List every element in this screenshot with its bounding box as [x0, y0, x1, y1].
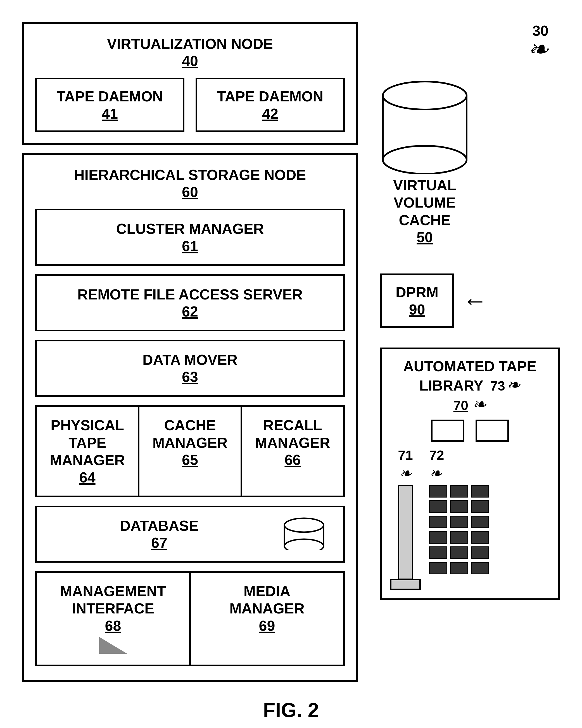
ptm-ref: 64: [79, 469, 96, 486]
atl-curly-71: ❧: [399, 464, 412, 482]
hsn-title: HIERARCHICAL STORAGE NODE: [74, 167, 306, 183]
tape-slot: [450, 546, 468, 559]
tape-slot: [429, 562, 447, 574]
vvc-title2: VOLUME: [393, 194, 456, 211]
dprm-arrow-row: DPRM 90 ←: [380, 274, 487, 328]
database-row: DATABASE 67: [35, 505, 345, 563]
tape-slot: [429, 516, 447, 528]
database-icon-cell: [282, 511, 343, 557]
tape-slot-grid: [429, 485, 489, 574]
mgmt-iface-ref: 68: [105, 618, 121, 634]
mgmt-triangle-icon: [99, 637, 127, 654]
rfas-ref: 62: [182, 303, 198, 319]
bottom-row: MANAGEMENT INTERFACE 68 MEDIA MANAGER 69: [35, 571, 345, 666]
tape-slot: [471, 546, 489, 559]
dprm-arrow: ←: [462, 288, 487, 313]
atl-title-block: AUTOMATED TAPE LIBRARY 73 ❧ 70 ❧: [390, 358, 550, 414]
media-mgr-ref: 69: [259, 618, 275, 634]
hsn-box: HIERARCHICAL STORAGE NODE 60 CLUSTER MAN…: [22, 153, 358, 682]
vvc-title3: CACHE: [393, 211, 456, 229]
vvc-cylinder: [380, 79, 470, 174]
atl-curly-70: ❧: [472, 395, 486, 414]
ref-30-curly: ❧: [528, 39, 549, 59]
mgmt-iface-cell: MANAGEMENT INTERFACE 68: [37, 573, 191, 665]
atl-title2: LIBRARY: [420, 378, 483, 394]
tape-slot: [450, 516, 468, 528]
tape-slot: [471, 531, 489, 544]
tape-slot: [450, 531, 468, 544]
atl-ref72: 72: [429, 447, 489, 463]
tape-slots-area: 72 ❧: [429, 447, 489, 574]
virt-node-ref: 40: [182, 53, 198, 69]
three-col-row: PHYSICAL TAPE MANAGER 64 CACHE MANAGER 6…: [35, 405, 345, 497]
svg-point-5: [383, 82, 466, 109]
vvc-ref: 50: [416, 229, 433, 245]
tape-slot: [450, 485, 468, 497]
data-mover-title: DATA MOVER: [143, 352, 237, 368]
tape-daemon-2-title: TAPE DAEMON: [217, 88, 323, 104]
drive-row: [390, 420, 550, 442]
hsn-ref: 60: [182, 184, 198, 200]
cache-mgr-cell: CACHE MANAGER 65: [140, 407, 242, 495]
atl-ref70: 70: [454, 398, 468, 413]
tape-daemon-2-box: TAPE DAEMON 42: [196, 78, 345, 132]
tape-slot: [429, 500, 447, 513]
recall-mgr-ref: 66: [284, 452, 301, 468]
tape-slot: [450, 562, 468, 574]
rfas-title: REMOTE FILE ACCESS SERVER: [77, 286, 303, 303]
tape-daemon-1-ref: 41: [102, 106, 118, 122]
atl-curly-73: ❧: [506, 375, 520, 394]
ref-30-area: 30 ❧: [528, 22, 549, 59]
robot-base: [390, 579, 421, 590]
atl-interior: 71 ❧ 72 ❧: [390, 447, 550, 590]
data-mover-box: DATA MOVER 63: [35, 340, 345, 397]
svg-point-2: [284, 539, 324, 550]
virt-node-box: VIRTUALIZATION NODE 40 TAPE DAEMON 41 TA…: [22, 22, 358, 145]
robot-arm: [398, 485, 413, 580]
tape-daemon-1-box: TAPE DAEMON 41: [35, 78, 184, 132]
svg-marker-3: [99, 637, 127, 654]
dprm-ref: 90: [409, 302, 425, 318]
drive-2: [476, 420, 509, 442]
database-cylinder-icon: [282, 517, 326, 550]
right-column: 30 ❧ VIRTUAL VOLUME CACHE 50: [380, 22, 560, 682]
atl-ref71: 71: [398, 447, 413, 463]
atl-ref73: 73: [490, 379, 505, 393]
vvc-container: VIRTUAL VOLUME CACHE 50: [380, 79, 470, 245]
tape-slot: [471, 485, 489, 497]
recall-mgr-title: RECALL MANAGER: [255, 417, 330, 450]
left-column: VIRTUALIZATION NODE 40 TAPE DAEMON 41 TA…: [22, 22, 358, 682]
virt-node-title: VIRTUALIZATION NODE: [107, 36, 273, 52]
tape-slot: [450, 500, 468, 513]
tape-slot: [471, 562, 489, 574]
virt-node-title-block: VIRTUALIZATION NODE 40: [35, 35, 345, 69]
svg-point-6: [383, 146, 466, 174]
mgmt-iface-title: MANAGEMENT INTERFACE: [60, 583, 166, 617]
recall-mgr-cell: RECALL MANAGER 66: [242, 407, 343, 495]
atl-box: AUTOMATED TAPE LIBRARY 73 ❧ 70 ❧: [380, 347, 560, 600]
atl-title: AUTOMATED TAPE: [403, 358, 536, 374]
tape-slot: [429, 546, 447, 559]
cluster-manager-ref: 61: [182, 238, 198, 254]
tape-slot: [471, 500, 489, 513]
ptm-title: PHYSICAL TAPE MANAGER: [50, 417, 125, 468]
tape-slot: [471, 516, 489, 528]
ptm-cell: PHYSICAL TAPE MANAGER 64: [37, 407, 140, 495]
dprm-box: DPRM 90: [380, 274, 454, 328]
tape-daemons-row: TAPE DAEMON 41 TAPE DAEMON 42: [35, 78, 345, 132]
svg-point-1: [284, 518, 324, 532]
rfas-box: REMOTE FILE ACCESS SERVER 62: [35, 274, 345, 331]
atl-curly-72: ❧: [429, 464, 489, 482]
vvc-title: VIRTUAL: [393, 177, 456, 194]
cache-mgr-title: CACHE MANAGER: [153, 417, 228, 450]
robot-column: 71 ❧: [390, 447, 421, 590]
page-container: VIRTUALIZATION NODE 40 TAPE DAEMON 41 TA…: [0, 0, 582, 728]
hsn-title-block: HIERARCHICAL STORAGE NODE 60: [35, 166, 345, 200]
tape-slot: [429, 485, 447, 497]
tape-daemon-2-ref: 42: [262, 106, 278, 122]
dprm-title: DPRM: [396, 284, 438, 300]
main-layout: VIRTUALIZATION NODE 40 TAPE DAEMON 41 TA…: [22, 22, 560, 682]
media-mgr-cell: MEDIA MANAGER 69: [191, 573, 343, 665]
tape-slot: [429, 531, 447, 544]
database-title: DATABASE: [120, 518, 198, 534]
